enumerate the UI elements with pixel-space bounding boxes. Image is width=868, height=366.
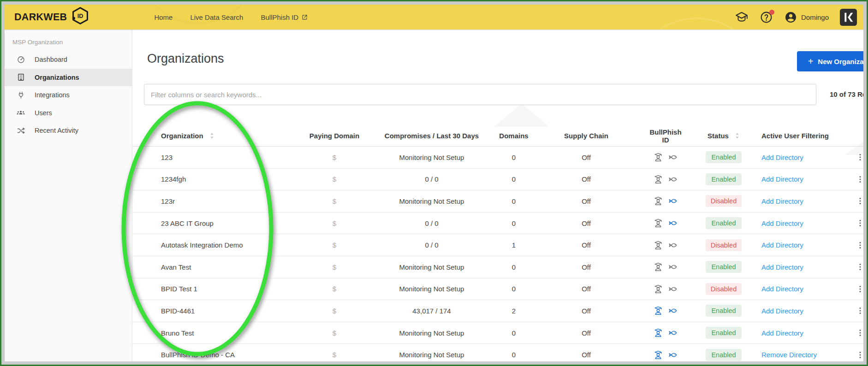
column-header-organization[interactable]: Organization (132, 132, 306, 140)
sidebar-item-recent-activity[interactable]: Recent Activity (5, 122, 132, 140)
graduation-cap-icon[interactable] (735, 10, 749, 24)
status-badge: Enabled (706, 151, 742, 163)
dollar-icon[interactable]: $ (333, 175, 336, 183)
kebab-menu-icon[interactable] (856, 284, 863, 294)
nav-item-bullphish-id[interactable]: BullPhish ID (261, 13, 308, 21)
sidebar-item-dashboard[interactable]: Dashboard (5, 51, 132, 69)
dollar-icon[interactable]: $ (333, 285, 336, 293)
bullphish-id-cell (645, 240, 686, 250)
nav-label: BullPhish ID (261, 13, 298, 21)
org-name-cell: BullPhish ID Demo - CA (132, 351, 306, 359)
dollar-icon[interactable]: $ (333, 329, 336, 337)
page-body: MSP Organization DashboardOrganizationsI… (5, 30, 863, 361)
column-header-status[interactable]: Status (686, 132, 761, 140)
kebab-menu-icon[interactable] (856, 328, 863, 337)
add-directory-link[interactable]: Add Directory (761, 307, 803, 315)
sidebar-item-integrations[interactable]: Integrations (5, 86, 132, 104)
sort-icon[interactable] (735, 132, 740, 139)
org-name: Bruno Test (161, 329, 194, 337)
paying-domain-cell: $ (306, 175, 363, 183)
table-row[interactable]: BullPhish ID Demo - CA$Monitoring Not Se… (132, 344, 863, 361)
table-row[interactable]: BPID Test 1$Monitoring Not Setup0OffDisa… (132, 278, 863, 301)
table-row[interactable]: 123r$Monitoring Not Setup0OffDisabledAdd… (132, 190, 863, 213)
kebab-menu-icon[interactable] (856, 153, 863, 162)
status-cell: Enabled (686, 173, 761, 185)
column-header-label: Domains (499, 132, 528, 140)
table-row[interactable]: BPID-4461$43,017 / 1742OffEnabledAdd Dir… (132, 300, 863, 322)
kebab-menu-icon[interactable] (856, 175, 863, 184)
sidebar-item-users[interactable]: Users (5, 104, 132, 122)
domains-count: 2 (512, 307, 516, 315)
help-icon[interactable] (760, 11, 773, 24)
compromises-cell: Monitoring Not Setup (363, 285, 500, 293)
kebab-menu-icon[interactable] (856, 218, 863, 228)
kebab-menu-icon[interactable] (856, 241, 863, 250)
compromises-cell: 0 / 0 (363, 175, 500, 183)
dollar-icon[interactable]: $ (333, 153, 336, 161)
compromises-value: 0 / 0 (425, 175, 438, 183)
sort-icon[interactable] (209, 132, 214, 139)
domains-count: 0 (512, 285, 516, 293)
kaseya-logo-icon[interactable] (840, 9, 857, 26)
table-row[interactable]: Avan Test$Monitoring Not Setup0OffEnable… (132, 256, 863, 278)
supply-chain-cell: Off (527, 329, 645, 337)
org-name-cell: BPID Test 1 (132, 285, 306, 293)
training-icon (653, 350, 663, 360)
add-directory-link[interactable]: Add Directory (761, 263, 803, 271)
table-row[interactable]: 123$Monitoring Not Setup0OffEnabledAdd D… (132, 147, 863, 169)
table-row[interactable]: 1234fgh$0 / 00OffEnabledAdd Directory (132, 169, 863, 191)
phishing-icon (668, 306, 678, 316)
kebab-menu-icon[interactable] (856, 306, 863, 315)
active-user-filtering-cell: Add Directory (761, 153, 849, 161)
add-directory-link[interactable]: Add Directory (761, 285, 803, 293)
org-name-cell: 123 (132, 153, 306, 161)
bullphish-id-cell (645, 350, 686, 360)
page-title: Organizations (147, 52, 224, 66)
paying-domain-cell: $ (306, 329, 363, 337)
users-icon (16, 108, 25, 118)
dollar-icon[interactable]: $ (333, 219, 336, 227)
add-directory-link[interactable]: Add Directory (761, 329, 803, 337)
compromises-cell: Monitoring Not Setup (363, 329, 500, 337)
sidebar-item-organizations[interactable]: Organizations (5, 69, 132, 87)
domains-count: 0 (512, 219, 516, 227)
table-row[interactable]: Autotask Integration Demo$0 / 01OffDisab… (132, 234, 863, 256)
nav-item-home[interactable]: Home (154, 13, 172, 21)
compromises-value: Monitoring Not Setup (399, 285, 464, 293)
svg-text:ID: ID (77, 12, 83, 19)
kebab-menu-icon[interactable] (856, 262, 863, 272)
add-directory-link[interactable]: Add Directory (761, 197, 803, 205)
supply-chain-cell: Off (527, 241, 645, 249)
org-name: 23 ABC IT Group (161, 219, 214, 227)
compromises-cell: Monitoring Not Setup (363, 351, 500, 359)
kebab-menu-icon[interactable] (856, 196, 863, 206)
active-user-filtering-cell: Add Directory (761, 219, 849, 227)
remove-directory-link[interactable]: Remove Directory (761, 351, 817, 359)
dollar-icon[interactable]: $ (333, 241, 336, 249)
add-directory-link[interactable]: Add Directory (761, 241, 803, 249)
training-icon (653, 262, 663, 272)
kebab-menu-icon[interactable] (856, 350, 863, 360)
filter-search-input[interactable] (144, 84, 816, 105)
account-menu[interactable]: Domingo (784, 11, 829, 24)
nav-item-live-data-search[interactable]: Live Data Search (190, 13, 243, 21)
table-row[interactable]: Bruno Test$Monitoring Not Setup0OffEnabl… (132, 322, 863, 344)
plug-icon (16, 91, 25, 100)
sidebar-item-label: Integrations (35, 91, 70, 99)
dollar-icon[interactable]: $ (333, 263, 336, 271)
topbar: DARKWEB ID HomeLive Data SearchBullPhish… (5, 5, 863, 30)
dollar-icon[interactable]: $ (333, 351, 336, 359)
table-row[interactable]: 23 ABC IT Group$0 / 00OffEnabledAdd Dire… (132, 213, 863, 235)
add-directory-link[interactable]: Add Directory (761, 153, 803, 161)
new-organization-button[interactable]: + New Organization (797, 51, 863, 71)
add-directory-link[interactable]: Add Directory (761, 175, 803, 183)
screenshot-frame: DARKWEB ID HomeLive Data SearchBullPhish… (0, 0, 868, 366)
dollar-icon[interactable]: $ (333, 307, 336, 315)
org-name: BPID-4461 (161, 307, 195, 315)
active-user-filtering-cell: Add Directory (761, 285, 849, 293)
darkweb-id-logo[interactable]: DARKWEB ID (14, 6, 89, 28)
add-directory-link[interactable]: Add Directory (761, 219, 803, 227)
dollar-icon[interactable]: $ (333, 197, 336, 205)
domains-cell: 0 (500, 263, 527, 271)
active-user-filtering-cell: Add Directory (761, 241, 849, 249)
